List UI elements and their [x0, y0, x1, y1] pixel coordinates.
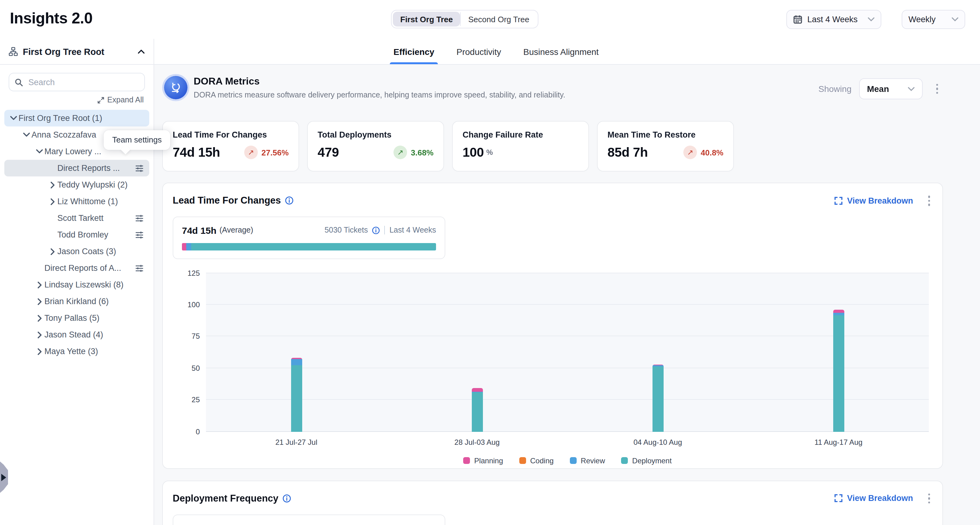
- metric-card: Total Deployments479↗3.68%: [307, 121, 444, 172]
- gridline-50: [206, 368, 929, 368]
- tree-row[interactable]: Teddy Wylupski (2): [4, 177, 149, 193]
- showing-mean-select[interactable]: Mean: [859, 78, 922, 99]
- team-settings-icon[interactable]: [135, 214, 144, 223]
- trend-up-arrow-icon: ↗: [683, 146, 697, 159]
- y-axis-tick-label: 25: [173, 395, 200, 404]
- tree-row[interactable]: Jason Coats (3): [4, 243, 149, 260]
- chevron-down-icon[interactable]: [8, 113, 19, 123]
- metric-card-title: Total Deployments: [318, 130, 434, 139]
- team-settings-button[interactable]: [135, 231, 144, 239]
- view-breakdown-link[interactable]: View Breakdown: [835, 494, 913, 503]
- team-settings-button[interactable]: [135, 164, 144, 172]
- metric-card-value: 100: [463, 145, 484, 160]
- granularity-select[interactable]: Weekly: [902, 10, 965, 29]
- x-axis-label: 28 Jul-03 Aug: [387, 438, 567, 446]
- tree-row[interactable]: Direct Reports of A...: [4, 260, 149, 276]
- tab-efficiency[interactable]: Efficiency: [393, 39, 434, 64]
- metric-card-value: 85d 7h: [608, 145, 648, 160]
- chevron-right-icon[interactable]: [34, 313, 45, 323]
- chevron-right-icon[interactable]: [47, 247, 57, 256]
- info-icon[interactable]: [372, 226, 380, 234]
- tree-row[interactable]: Maya Yette (3): [4, 343, 149, 360]
- info-icon[interactable]: [285, 196, 294, 205]
- bar-segment-planning: [471, 388, 483, 391]
- lead-time-kebab-menu[interactable]: [926, 193, 932, 208]
- bar-segment-planning: [833, 310, 844, 313]
- chevron-spacer: [47, 213, 57, 223]
- chevron-right-icon[interactable]: [34, 280, 45, 290]
- team-settings-button[interactable]: [135, 214, 144, 223]
- chevron-right-icon[interactable]: [34, 330, 45, 340]
- info-icon[interactable]: [283, 494, 291, 503]
- tree-row[interactable]: Lindsay Liszewski (8): [4, 276, 149, 293]
- chevron-spacer: [34, 263, 45, 273]
- chevron-down-icon: [951, 17, 958, 22]
- metric-card-value-row: 74d 15h↗27.56%: [173, 145, 289, 160]
- view-breakdown-link[interactable]: View Breakdown: [835, 196, 913, 205]
- tree-item-label: Scott Tarkett: [57, 213, 103, 223]
- tree-row[interactable]: Scott Tarkett: [4, 210, 149, 226]
- tree-item-label: Lindsay Liszewski (8): [45, 280, 124, 290]
- chevron-right-icon[interactable]: [34, 296, 45, 306]
- dashboard-content: DORA Metrics DORA metrics measure softwa…: [154, 65, 980, 525]
- date-range-select[interactable]: Last 4 Weeks: [786, 10, 881, 29]
- tab-productivity[interactable]: Productivity: [457, 39, 501, 64]
- lead-time-card: Lead Time For Changes View Breakdown: [162, 183, 943, 469]
- gridline-100: [206, 304, 929, 305]
- tree-row[interactable]: Brian Kirkland (6): [4, 293, 149, 310]
- metric-card-value-row: 100%: [463, 145, 579, 160]
- summary-period: Last 4 Weeks: [390, 226, 436, 234]
- tree-item-label: Todd Bromley: [57, 230, 108, 239]
- search-icon: [15, 78, 23, 86]
- tree-item-label: Liz Whittome (1): [57, 197, 118, 206]
- chevron-down-icon: [908, 87, 914, 91]
- top-bar: Insights 2.0 First Org Tree Second Org T…: [0, 0, 980, 39]
- metric-cards-row: Lead Time For Changes74d 15h↗27.56%Total…: [162, 121, 980, 172]
- gridline-0: [206, 431, 929, 431]
- team-settings-icon[interactable]: [135, 231, 144, 239]
- phase-distribution-bar: [182, 243, 436, 250]
- tree-row[interactable]: Jason Stead (4): [4, 326, 149, 343]
- tree-row[interactable]: Tony Pallas (5): [4, 310, 149, 326]
- team-settings-button[interactable]: [135, 264, 144, 272]
- toggle-second-org-tree[interactable]: Second Org Tree: [461, 12, 537, 27]
- showing-control: Showing Mean: [818, 78, 940, 99]
- toggle-first-org-tree[interactable]: First Org Tree: [393, 12, 460, 27]
- chevron-right-icon[interactable]: [47, 180, 57, 190]
- chevron-right-icon[interactable]: [47, 196, 57, 206]
- chevron-right-icon[interactable]: [34, 347, 45, 356]
- dora-kebab-menu[interactable]: [934, 81, 940, 97]
- chevron-spacer: [47, 230, 57, 240]
- calendar-icon: [793, 15, 802, 24]
- chevron-down-icon[interactable]: [21, 130, 32, 140]
- tree-row[interactable]: First Org Tree Root (1): [4, 110, 149, 126]
- chevron-spacer: [47, 163, 57, 173]
- legend-item-review: Review: [570, 456, 605, 465]
- org-tree-icon: [9, 47, 18, 56]
- tree-item-label: Anna Scozzafava: [32, 130, 96, 139]
- tree-row[interactable]: Todd Bromley: [4, 226, 149, 243]
- bar-28-Jul-03-Aug: [471, 388, 483, 431]
- tab-business-alignment[interactable]: Business Alignment: [523, 39, 598, 64]
- team-settings-icon[interactable]: [135, 264, 144, 272]
- legend-swatch: [463, 457, 470, 464]
- org-tree-toggle: First Org Tree Second Org Tree: [391, 10, 539, 29]
- deployment-kebab-menu[interactable]: [926, 491, 932, 506]
- search-input[interactable]: [27, 77, 139, 87]
- expand-all-button[interactable]: Expand All: [97, 95, 144, 104]
- tree-item-label: Brian Kirkland (6): [45, 297, 109, 306]
- tree-row[interactable]: Liz Whittome (1): [4, 193, 149, 210]
- expand-all-icon: [97, 97, 104, 103]
- metric-delta-badge: ↗27.56%: [244, 146, 289, 159]
- team-settings-icon[interactable]: [135, 164, 144, 172]
- chevron-down-icon: [868, 17, 875, 22]
- lead-time-card-header: Lead Time For Changes View Breakdown: [173, 193, 932, 208]
- deployment-summary-card: [173, 514, 445, 525]
- tooltip-text: Team settings: [112, 135, 162, 144]
- chevron-down-icon[interactable]: [34, 146, 45, 156]
- legend-label: Review: [581, 456, 605, 465]
- metric-delta-value: 3.68%: [411, 148, 434, 157]
- showing-mean-value: Mean: [867, 84, 889, 94]
- sidebar-collapse-chevron-up-icon[interactable]: [138, 49, 145, 54]
- tree-row[interactable]: Direct Reports ...: [4, 160, 149, 177]
